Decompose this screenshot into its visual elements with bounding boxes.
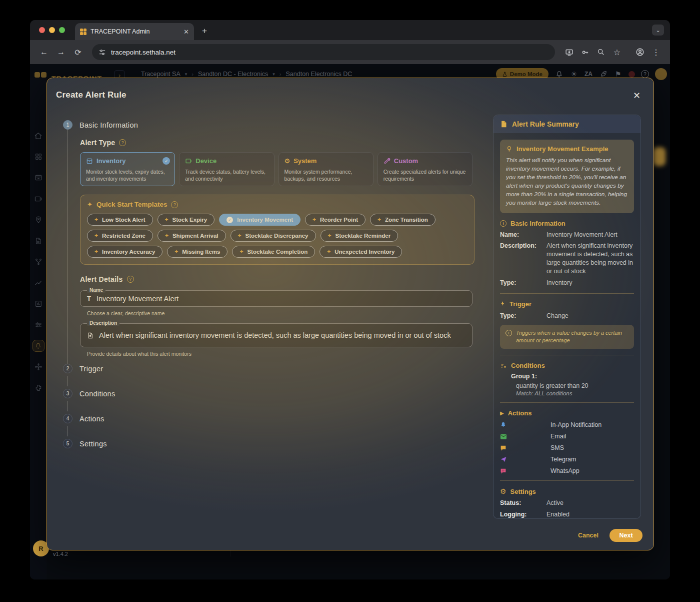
email-icon <box>500 434 508 439</box>
summary-trigger-heading: Trigger <box>500 300 634 308</box>
example-title: Inventory Movement Example <box>516 145 608 153</box>
conditions-filter-icon <box>500 363 507 369</box>
site-settings-icon <box>98 49 106 56</box>
app-version: v1.4.2 <box>53 551 68 557</box>
template-chip[interactable]: +Reorder Point <box>305 214 366 226</box>
template-chip[interactable]: +Inventory Accuracy <box>87 246 162 258</box>
summary-basic-heading: i Basic Information <box>500 220 634 227</box>
alert-description-field[interactable]: Description Alert when significant inven… <box>80 323 472 347</box>
summary-description-row: Description:Alert when significant inven… <box>500 242 634 276</box>
step-conditions[interactable]: 3 Conditions <box>63 389 477 398</box>
play-icon: ▶ <box>500 410 504 416</box>
alert-type-card-inventory[interactable]: Inventory ✓ Monitor stock levels, expiry… <box>80 152 175 186</box>
step-trigger[interactable]: 2 Trigger <box>63 364 477 373</box>
close-window-button[interactable] <box>39 27 45 33</box>
step-number: 1 <box>63 120 72 130</box>
help-icon[interactable]: ? <box>127 276 134 283</box>
gear-icon: ⚙ <box>500 487 506 495</box>
summary-name-row: Name:Inventory Movement Alert <box>500 231 634 239</box>
bell-icon <box>500 421 508 428</box>
plus-icon: + <box>94 232 98 239</box>
action-in-app: In-App Notification <box>500 421 634 428</box>
forward-button[interactable]: → <box>54 45 68 59</box>
alert-type-cards: Inventory ✓ Monitor stock levels, expiry… <box>80 152 472 186</box>
minimize-window-button[interactable] <box>49 27 55 33</box>
summary-actions-heading: ▶ Actions <box>500 409 634 417</box>
next-button[interactable]: Next <box>610 529 642 542</box>
action-email: Email <box>500 433 634 440</box>
plus-icon: + <box>238 232 242 239</box>
template-chip[interactable]: +Stocktake Completion <box>232 246 315 258</box>
modal-close-icon[interactable]: ✕ <box>633 90 640 101</box>
template-chip[interactable]: +Stocktake Reminder <box>320 230 398 242</box>
create-alert-rule-modal: Create Alert Rule ✕ 1 Basic Information … <box>46 78 654 550</box>
help-icon[interactable]: ? <box>171 201 178 208</box>
step-basic-information[interactable]: 1 Basic Information <box>63 120 477 130</box>
summary-type-row: Type:Inventory <box>500 279 634 287</box>
summary-settings-heading: ⚙ Settings <box>500 487 634 495</box>
app-page: TRACEPOINT › Tracepoint SA▾ › Sandton DC… <box>30 64 670 579</box>
template-chip[interactable]: +Missing Items <box>167 246 228 258</box>
text-icon: T <box>87 295 91 302</box>
lightbulb-icon <box>506 145 512 153</box>
lightning-icon <box>500 300 506 308</box>
templates-title: Quick Start Templates <box>96 201 168 208</box>
cancel-button[interactable]: Cancel <box>578 532 598 539</box>
profile-icon[interactable] <box>633 45 647 59</box>
bookmark-star-icon[interactable]: ☆ <box>610 45 624 59</box>
document-icon <box>87 332 94 339</box>
cast-download-icon[interactable] <box>562 45 576 59</box>
browser-menu-icon[interactable]: ⋮ <box>649 45 663 59</box>
alert-type-card-device[interactable]: Device Track device status, battery leve… <box>179 152 274 186</box>
template-chip[interactable]: +Low Stock Alert <box>87 214 153 226</box>
alert-rule-summary-panel: Alert Rule Summary Inventory Movement Ex… <box>493 115 641 519</box>
step-settings[interactable]: 5 Settings <box>63 439 477 448</box>
browser-tab[interactable]: TRACEPOINT Admin ✕ <box>75 23 194 40</box>
description-field-label: Description <box>87 320 120 326</box>
tab-search-chevron-icon[interactable]: ⌄ <box>652 25 664 36</box>
wrench-icon <box>384 158 390 165</box>
summary-title: Alert Rule Summary <box>512 120 579 128</box>
password-key-icon[interactable] <box>578 45 592 59</box>
sms-bubble-icon <box>500 445 508 451</box>
device-icon <box>185 158 192 165</box>
traffic-lights <box>39 27 65 33</box>
summary-conditions-heading: Conditions <box>500 362 634 369</box>
site-favicon <box>80 29 86 35</box>
name-field-label: Name <box>87 287 106 293</box>
maximize-window-button[interactable] <box>59 27 65 33</box>
zoom-search-icon[interactable] <box>594 45 608 59</box>
plus-icon: + <box>94 248 98 255</box>
template-chip-selected[interactable]: ✓Inventory Movement <box>219 214 300 226</box>
plus-icon: + <box>327 248 330 255</box>
alert-details-label: Alert Details? <box>80 275 472 283</box>
new-tab-button[interactable]: + <box>202 26 207 36</box>
template-chip[interactable]: +Stock Expiry <box>158 214 215 226</box>
alert-type-card-custom[interactable]: Custom Create specialized alerts for uni… <box>378 152 472 186</box>
alert-type-label: Alert Type? <box>80 139 472 147</box>
template-chip[interactable]: +Restricted Zone <box>87 230 153 242</box>
help-icon[interactable]: ? <box>119 139 126 146</box>
trigger-note: i Triggers when a value changes by a cer… <box>500 325 634 349</box>
tab-close-icon[interactable]: ✕ <box>184 28 189 36</box>
alert-type-card-system[interactable]: ⚙ System Monitor system performance, bac… <box>278 152 374 186</box>
step-actions[interactable]: 4 Actions <box>63 414 477 423</box>
alert-name-field[interactable]: Name T Inventory Movement Alert <box>80 290 472 307</box>
url-text: tracepoint.sethala.net <box>111 49 176 56</box>
plus-icon: + <box>240 248 243 255</box>
reload-button[interactable]: ⟳ <box>71 45 85 59</box>
template-chip[interactable]: +Unexpected Inventory <box>320 246 402 258</box>
template-chip[interactable]: +Zone Transition <box>370 214 436 226</box>
back-button[interactable]: ← <box>37 45 51 59</box>
template-chip[interactable]: +Stocktake Discrepancy <box>230 230 316 242</box>
plus-icon: + <box>312 216 316 223</box>
modal-title: Create Alert Rule <box>56 90 126 100</box>
address-bar[interactable]: tracepoint.sethala.net <box>92 44 555 60</box>
summary-document-icon <box>500 120 508 128</box>
plus-icon: + <box>165 232 168 239</box>
summary-logging-row: Logging:Enabled <box>500 510 634 519</box>
highlighted-background-element <box>653 147 666 166</box>
gear-icon: ⚙ <box>284 157 290 165</box>
telegram-plane-icon <box>500 456 508 462</box>
template-chip[interactable]: +Shipment Arrival <box>158 230 226 242</box>
